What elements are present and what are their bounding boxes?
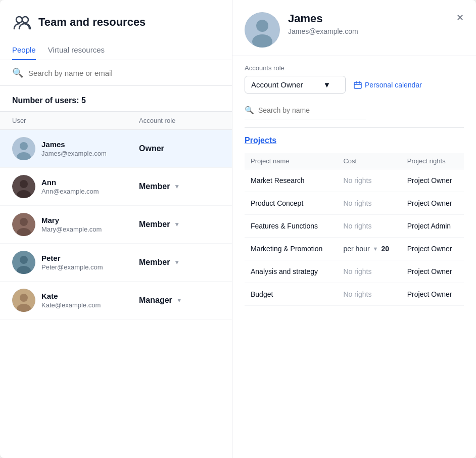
projects-title[interactable]: Projects [245, 136, 464, 145]
tab-people[interactable]: People [12, 40, 36, 60]
cost-dropdown-icon[interactable]: ▼ [373, 246, 378, 252]
tabs: People Virtual resources [0, 40, 232, 60]
col-header-role: Account role [139, 117, 220, 124]
role-cell: Owner [139, 144, 220, 153]
cost-no-rights: No rights [343, 267, 371, 276]
detail-header: James James@example.com ✕ [232, 0, 476, 56]
role-cell: Member ▼ [139, 220, 220, 229]
user-row[interactable]: James James@example.com Owner [0, 130, 232, 168]
calendar-icon [354, 81, 362, 89]
role-cell: Manager ▼ [139, 296, 220, 305]
search-input[interactable] [28, 69, 220, 77]
user-info: Peter Peter@example.com [41, 254, 139, 271]
project-rights: Project Owner [401, 192, 464, 215]
search-icon-detail: 🔍 [245, 106, 254, 115]
project-cost: No rights [337, 260, 401, 283]
project-cost: No rights [337, 169, 401, 192]
left-panel: Team and resources People Virtual resour… [0, 0, 232, 458]
personal-calendar-link[interactable]: Personal calendar [354, 81, 422, 89]
col-rights: Project rights [401, 153, 464, 169]
projects-section: Projects Project name Cost Project right… [245, 127, 464, 306]
role-label: Member [139, 182, 170, 191]
svg-point-6 [20, 180, 28, 188]
role-cell: Member ▼ [139, 182, 220, 191]
detail-avatar [245, 12, 280, 48]
project-name: Marketing & Promotion [245, 238, 337, 260]
user-row[interactable]: Ann Ann@example.com Member ▼ [0, 168, 232, 206]
user-info: James James@example.com [41, 140, 139, 157]
search-bar-detail: 🔍 [245, 102, 366, 119]
avatar [12, 213, 35, 236]
cost-no-rights: No rights [343, 290, 371, 298]
chevron-down-icon[interactable]: ▼ [174, 183, 180, 190]
user-count: Number of users: 5 [0, 86, 232, 111]
close-button[interactable]: ✕ [456, 12, 464, 23]
project-row: Market Research No rights Project Owner [245, 169, 464, 192]
tab-virtual-resources[interactable]: Virtual resources [48, 40, 105, 60]
role-label: Member [139, 258, 170, 267]
project-rights: Project Owner [401, 283, 464, 306]
svg-point-9 [20, 218, 28, 226]
svg-point-18 [256, 20, 268, 32]
svg-point-12 [20, 256, 28, 264]
project-row: Marketing & Promotion per hour ▼ 20 Proj… [245, 238, 464, 260]
avatar [12, 137, 35, 160]
svg-rect-20 [354, 82, 361, 88]
projects-table-body: Market Research No rights Project Owner … [245, 169, 464, 306]
project-name: Analysis and strategy [245, 260, 337, 283]
svg-point-0 [16, 17, 22, 23]
detail-user-info: James James@example.com [288, 12, 456, 35]
col-header-user: User [12, 117, 139, 124]
chevron-down-icon[interactable]: ▼ [176, 297, 182, 304]
project-name: Product Concept [245, 192, 337, 215]
search-icon: 🔍 [12, 67, 23, 78]
user-row[interactable]: Kate Kate@example.com Manager ▼ [0, 282, 232, 319]
detail-avatar-inner [245, 12, 280, 48]
col-project-name: Project name [245, 153, 337, 169]
user-row[interactable]: Peter Peter@example.com Member ▼ [0, 244, 232, 282]
search-bar: 🔍 [0, 60, 232, 86]
user-email: Ann@example.com [41, 188, 139, 195]
project-name: Features & Functions [245, 215, 337, 238]
project-cost: No rights [337, 192, 401, 215]
right-panel: James James@example.com ✕ Accounts role … [232, 0, 476, 458]
table-header: User Account role [0, 111, 232, 130]
chevron-down-icon[interactable]: ▼ [174, 259, 180, 266]
project-cost: per hour ▼ 20 [337, 238, 401, 260]
user-list: James James@example.com Owner Ann Ann@ex… [0, 130, 232, 458]
detail-name: James [288, 12, 456, 25]
user-email: Kate@example.com [41, 301, 139, 309]
project-rights: Project Owner [401, 169, 464, 192]
accounts-role-label: Accounts role [245, 64, 464, 72]
role-cell: Member ▼ [139, 258, 220, 267]
account-role-select[interactable]: Account Owner ▼ [245, 76, 346, 94]
project-row: Analysis and strategy No rights Project … [245, 260, 464, 283]
projects-table: Project name Cost Project rights Market … [245, 153, 464, 306]
role-label: Owner [139, 144, 164, 153]
avatar [12, 289, 35, 312]
chevron-down-icon[interactable]: ▼ [174, 221, 180, 228]
cost-cell: per hour ▼ 20 [343, 245, 395, 253]
chevron-down-icon: ▼ [323, 80, 331, 89]
cost-amount: 20 [381, 245, 389, 253]
user-row[interactable]: Mary Mary@example.com Member ▼ [0, 206, 232, 244]
cost-no-rights: No rights [343, 222, 371, 230]
detail-email: James@example.com [288, 27, 456, 35]
search-input-detail[interactable] [258, 106, 366, 114]
avatar [12, 175, 35, 198]
project-cost: No rights [337, 215, 401, 238]
title-row: Team and resources [12, 12, 220, 32]
svg-point-1 [22, 17, 28, 23]
user-email: Peter@example.com [41, 263, 139, 271]
avatar [12, 251, 35, 274]
project-rights: Project Owner [401, 260, 464, 283]
role-label: Member [139, 220, 170, 229]
user-name: Ann [41, 178, 139, 187]
user-name: James [41, 140, 139, 149]
svg-point-3 [20, 142, 28, 150]
cost-no-rights: No rights [343, 199, 371, 207]
user-email: Mary@example.com [41, 225, 139, 233]
project-row: Features & Functions No rights Project A… [245, 215, 464, 238]
team-icon [12, 12, 32, 32]
user-name: Kate [41, 292, 139, 300]
